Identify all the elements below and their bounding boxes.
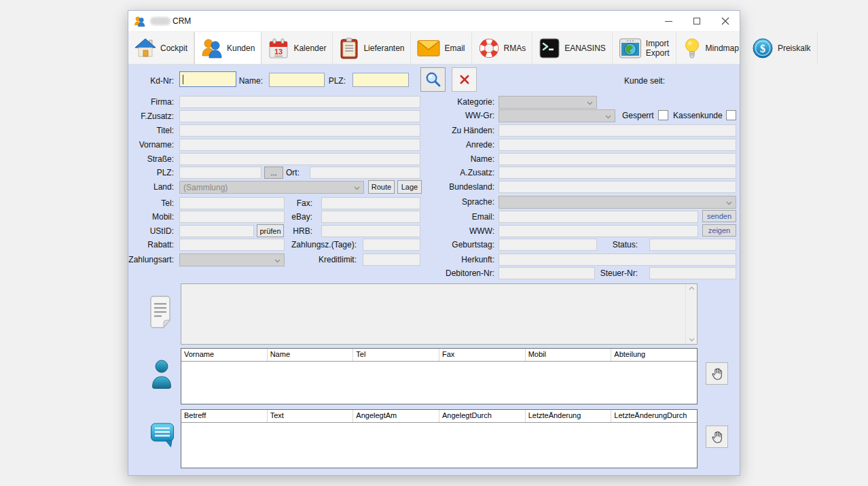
plz-label: PLZ: xyxy=(157,168,174,177)
minimize-button[interactable] xyxy=(654,11,683,31)
close-button[interactable] xyxy=(711,11,740,31)
notes-textarea[interactable] xyxy=(181,283,698,345)
column-header[interactable]: AngelegtDurch xyxy=(439,410,526,422)
entries-drag-button[interactable] xyxy=(706,426,728,448)
column-header[interactable]: Betreff xyxy=(181,410,268,422)
anrede-input[interactable] xyxy=(499,139,736,151)
close-icon xyxy=(721,17,729,25)
vorname-input[interactable] xyxy=(179,139,420,151)
tab-label: Lieferanten xyxy=(363,44,404,53)
anrede-label: Anrede: xyxy=(466,140,494,150)
tab-label: Cockpit xyxy=(160,44,187,53)
mobil-input[interactable] xyxy=(179,211,285,223)
geburtstag-input[interactable] xyxy=(499,239,597,251)
entries-table-body[interactable] xyxy=(181,423,697,468)
name-search-input[interactable] xyxy=(269,73,325,87)
fax-input[interactable] xyxy=(321,197,420,209)
debitoren-input[interactable] xyxy=(499,267,595,279)
www-zeigen-button[interactable]: zeigen xyxy=(702,224,736,237)
tel-input[interactable] xyxy=(179,197,285,209)
column-header[interactable]: Fax xyxy=(439,349,526,361)
route-button[interactable]: Route xyxy=(368,180,395,194)
desktop-background: CRM Cockpit xyxy=(0,0,868,486)
column-header[interactable]: Abteilung xyxy=(611,349,697,361)
steuer-input[interactable] xyxy=(649,267,736,279)
ebay-input[interactable] xyxy=(321,211,420,223)
tab-lieferanten[interactable]: Lieferanten xyxy=(333,32,411,64)
kunde-seit-label: Kunde seit: xyxy=(624,76,665,86)
tab-label: EANASINS xyxy=(564,44,606,53)
kassenkunde-checkbox[interactable] xyxy=(726,110,736,120)
column-header[interactable]: Tel xyxy=(353,349,439,361)
entries-table: Betreff Text AngelegtAm AngelegtDurch Le… xyxy=(181,409,698,468)
firma-label: Firma: xyxy=(151,97,174,107)
tab-preiskalk[interactable]: $ Preiskalk xyxy=(746,32,818,64)
contacts-table-body[interactable] xyxy=(181,362,697,404)
crm-window: CRM Cockpit xyxy=(128,10,740,476)
column-header[interactable]: Text xyxy=(268,410,354,422)
sprache-select[interactable] xyxy=(499,196,736,209)
people-icon xyxy=(201,37,223,59)
tab-eanasins[interactable]: EANASINS xyxy=(532,32,613,64)
kreditlimit-input[interactable] xyxy=(363,254,420,266)
lage-button[interactable]: Lage xyxy=(397,180,422,194)
tab-mindmap[interactable]: Mindmap xyxy=(676,32,746,64)
email-label: Email: xyxy=(472,212,494,222)
wwgr-label: WW-Gr: xyxy=(465,111,494,120)
column-header[interactable]: Vorname xyxy=(181,349,268,361)
contacts-table-header: Vorname Name Tel Fax Mobil Abteilung xyxy=(181,349,697,362)
main-toolbar: Cockpit Kunden 13 Kalender xyxy=(128,31,740,65)
column-header[interactable]: LetzteÄnderungDurch xyxy=(611,410,697,422)
rabatt-input[interactable] xyxy=(179,239,285,251)
clear-search-button[interactable] xyxy=(452,67,477,92)
column-header[interactable]: AngelegtAm xyxy=(353,410,439,422)
tab-email[interactable]: Email xyxy=(411,32,471,64)
strasse-input[interactable] xyxy=(179,153,420,165)
tab-import-export[interactable]: Import Export xyxy=(613,32,676,64)
firma-input[interactable] xyxy=(179,96,420,108)
tab-kunden[interactable]: Kunden xyxy=(194,32,261,64)
ustid-label: UStID: xyxy=(150,226,174,236)
www-input[interactable] xyxy=(499,225,698,237)
maximize-button[interactable] xyxy=(683,11,711,31)
svg-text:$: $ xyxy=(760,42,765,54)
kdnr-label: Kd-Nr: xyxy=(150,76,174,86)
ustid-input[interactable] xyxy=(179,225,254,237)
ort-input[interactable] xyxy=(310,167,420,179)
wwgr-select[interactable] xyxy=(499,109,615,122)
kategorie-select[interactable] xyxy=(499,96,597,109)
zuhaenden-input[interactable] xyxy=(499,124,736,137)
plz-browse-button[interactable]: ... xyxy=(264,167,283,179)
tab-cockpit[interactable]: Cockpit xyxy=(128,32,194,64)
column-header[interactable]: Mobil xyxy=(526,349,612,361)
fzusatz-input[interactable] xyxy=(179,110,420,122)
zahlungsz-input[interactable] xyxy=(363,239,420,251)
text-caret xyxy=(183,75,183,84)
hrb-input[interactable] xyxy=(321,225,420,237)
tab-kalender[interactable]: 13 Kalender xyxy=(261,32,333,64)
tab-label: RMAs xyxy=(504,44,526,53)
land-select[interactable]: (Sammlung) xyxy=(179,181,364,194)
pruefen-button[interactable]: prüfen xyxy=(257,224,284,237)
azusatz-input[interactable] xyxy=(499,167,736,179)
contacts-drag-button[interactable] xyxy=(706,362,728,385)
search-button[interactable] xyxy=(420,67,446,92)
gesperrt-checkbox[interactable] xyxy=(658,110,668,120)
column-header[interactable]: Name xyxy=(268,349,354,361)
svg-text:13: 13 xyxy=(274,48,283,56)
bundesland-input[interactable] xyxy=(499,181,736,193)
email-input[interactable] xyxy=(499,211,698,223)
plz-search-input[interactable] xyxy=(352,73,409,87)
kdnr-search-input[interactable] xyxy=(179,71,236,87)
name-input[interactable] xyxy=(499,153,736,165)
email-senden-button[interactable]: senden xyxy=(702,210,736,222)
notes-scrollbar[interactable] xyxy=(685,284,697,344)
titel-input[interactable] xyxy=(179,124,420,137)
fax-label: Fax: xyxy=(297,198,312,208)
plz-input[interactable] xyxy=(179,167,261,179)
column-header[interactable]: LetzteÄnderung xyxy=(526,410,612,422)
herkunft-input[interactable] xyxy=(499,254,736,266)
tab-rmas[interactable]: RMAs xyxy=(472,32,533,64)
zahlungsart-select[interactable] xyxy=(179,254,285,266)
status-input[interactable] xyxy=(649,239,736,251)
